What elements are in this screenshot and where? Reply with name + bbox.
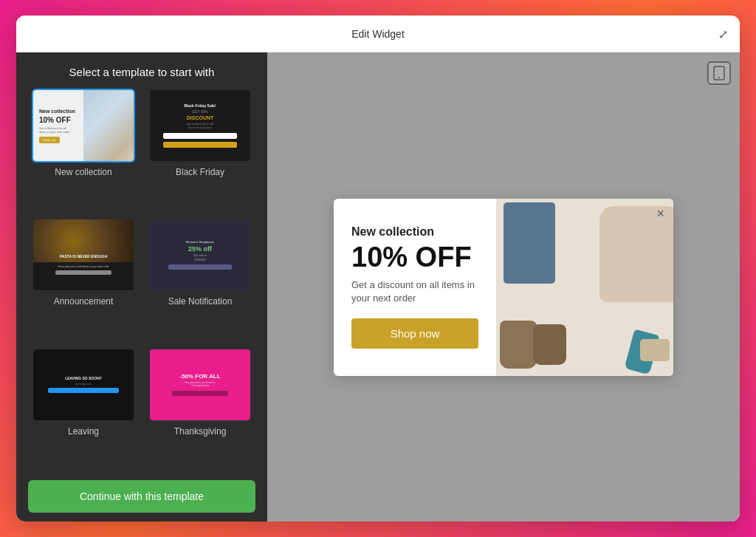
thumb-sale-title: Women's Sunglasses — [186, 240, 214, 244]
thumb-fifty-container: -50% FOR ALL Give presents to your famil… — [150, 349, 250, 420]
thumb-ann-food: PASTA IS NEVER ENOUGH — [39, 254, 128, 259]
template-item-new-collection[interactable]: ✓ New collection10% OFF Get a discount o… — [28, 89, 139, 212]
template-thumb-black-friday[interactable]: Black Friday Sale! GET 30% DISCOUNT get … — [148, 89, 252, 163]
window-title: Edit Widget — [351, 28, 405, 40]
thumb-ann-btn — [55, 270, 112, 275]
right-panel: × New collection 10% OFF Get a discount … — [267, 52, 740, 521]
template-label-announcement: Announcement — [54, 296, 114, 307]
thumb-nc-image — [83, 90, 134, 161]
thumb-bf-title: Black Friday Sale! — [184, 103, 216, 108]
template-label-leaving: Leaving — [68, 426, 99, 437]
template-label-new-collection: New collection — [55, 167, 111, 177]
thumb-sale-date: 09/03/2023 — [194, 259, 205, 261]
thumb-fifty-sub: Give presents to your family forThanksgi… — [185, 381, 216, 387]
widget-shop-button[interactable]: Shop now — [351, 318, 478, 349]
widget-right-image — [496, 199, 673, 376]
mobile-view-icon[interactable] — [707, 61, 731, 85]
continue-button[interactable]: Continue with this template — [28, 480, 255, 513]
thumb-nc-btn: Shop now — [39, 137, 60, 143]
thumb-leaving-btn — [48, 388, 118, 393]
widget-popup: × New collection 10% OFF Get a discount … — [334, 199, 673, 376]
template-label-black-friday: Black Friday — [176, 167, 224, 177]
widget-offer: 10% OFF — [351, 243, 478, 271]
edit-widget-window: Edit Widget ⤢ Select a template to start… — [16, 16, 740, 521]
template-thumb-announcement[interactable]: PASTA IS NEVER ENOUGH Get a discount on … — [32, 218, 135, 292]
thumb-fifty-btn — [172, 391, 229, 396]
svg-point-1 — [718, 77, 720, 78]
thumb-leaving-title: LEAVING SO SOON? — [65, 376, 102, 380]
thumb-bf-disc: DISCOUNT — [187, 115, 214, 120]
thumb-bf-input — [163, 133, 236, 139]
content-area: Select a template to start with ✓ New co… — [16, 52, 740, 521]
template-item-leaving[interactable]: LEAVING SO SOON? don't forget your Leavi… — [28, 348, 139, 471]
boot-left-shape — [500, 321, 537, 369]
thumb-sale-sub: Sale ends on — [193, 254, 207, 257]
panel-header: Select a template to start with — [16, 52, 267, 89]
widget-close-button[interactable]: × — [656, 206, 664, 222]
left-panel: Select a template to start with ✓ New co… — [16, 52, 267, 521]
template-thumb-leaving[interactable]: LEAVING SO SOON? don't forget your — [32, 348, 135, 422]
template-label-sale-notification: Sale Notification — [168, 296, 233, 307]
thumb-bf-container: Black Friday Sale! GET 30% DISCOUNT get … — [150, 90, 250, 161]
template-thumb-sale-notification[interactable]: Women's Sunglasses 25% off Sale ends on … — [148, 218, 252, 292]
thumb-leaving-sub: don't forget your — [75, 383, 92, 386]
thumb-sale-btn — [168, 264, 233, 270]
accessory-shape — [640, 339, 670, 361]
thumb-bf-sub: get a discount on allitems in your next — [187, 122, 213, 129]
titlebar: Edit Widget ⤢ — [16, 16, 740, 52]
template-item-sale-notification[interactable]: Women's Sunglasses 25% off Sale ends on … — [145, 218, 255, 341]
thumb-sale-container: Women's Sunglasses 25% off Sale ends on … — [150, 219, 250, 290]
jeans-shape — [504, 202, 555, 284]
template-item-black-friday[interactable]: Black Friday Sale! GET 30% DISCOUNT get … — [145, 89, 255, 212]
thumb-fifty-title: -50% FOR ALL — [179, 373, 220, 380]
template-thumb-new-collection[interactable]: ✓ New collection10% OFF Get a discount o… — [32, 89, 135, 163]
template-thumb-fifty[interactable]: -50% FOR ALL Give presents to your famil… — [148, 348, 252, 422]
template-item-announcement[interactable]: PASTA IS NEVER ENOUGH Get a discount on … — [28, 218, 139, 341]
thumb-sale-pct: 25% off — [188, 245, 212, 253]
boot-right-shape — [533, 324, 566, 365]
thumb-leaving-container: LEAVING SO SOON? don't forget your — [33, 349, 134, 420]
widget-subtitle: Get a discount on all items in your next… — [351, 278, 478, 305]
clothing-illustration — [496, 199, 673, 376]
template-item-fifty[interactable]: -50% FOR ALL Give presents to your famil… — [145, 348, 255, 471]
template-label-fifty: Thanksgiving — [174, 426, 227, 437]
expand-icon[interactable]: ⤢ — [718, 27, 728, 41]
template-grid: ✓ New collection10% OFF Get a discount o… — [16, 89, 267, 471]
widget-left-content: New collection 10% OFF Get a discount on… — [334, 199, 496, 376]
widget-headline: New collection — [351, 225, 478, 239]
thumb-ann-text: Get a discount on all items in your next… — [58, 265, 109, 268]
thumb-bf-get: GET 30% — [192, 109, 208, 114]
thumb-bf-btn — [163, 142, 236, 148]
